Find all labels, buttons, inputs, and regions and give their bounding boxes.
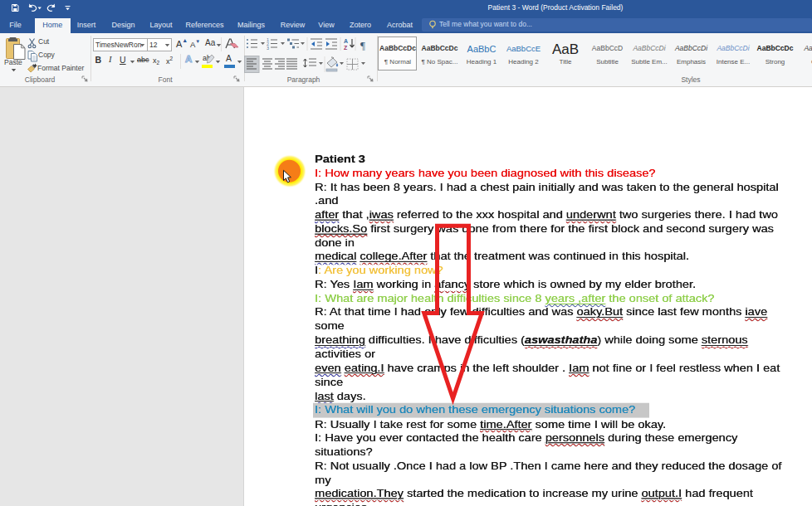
- svg-text:A: A: [344, 38, 348, 44]
- svg-text:Z: Z: [344, 45, 348, 51]
- svg-text:3: 3: [267, 46, 269, 51]
- svg-text:¶: ¶: [360, 39, 365, 51]
